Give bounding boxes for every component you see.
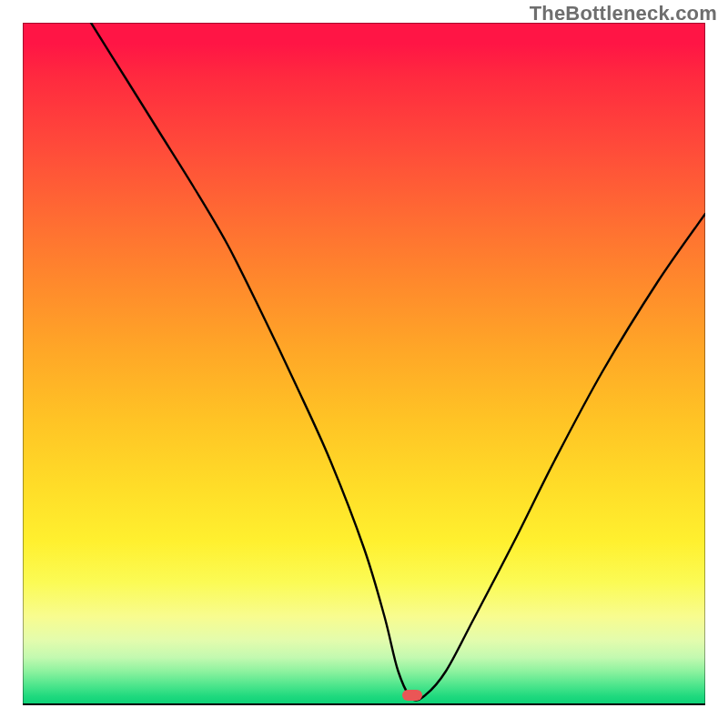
x-axis-baseline (23, 703, 705, 705)
plot-area (23, 23, 705, 705)
bottleneck-curve-path (91, 23, 705, 701)
trough-marker (402, 690, 422, 701)
watermark-text: TheBottleneck.com (530, 2, 717, 25)
curve-svg (23, 23, 705, 705)
chart-container: TheBottleneck.com (0, 0, 728, 728)
